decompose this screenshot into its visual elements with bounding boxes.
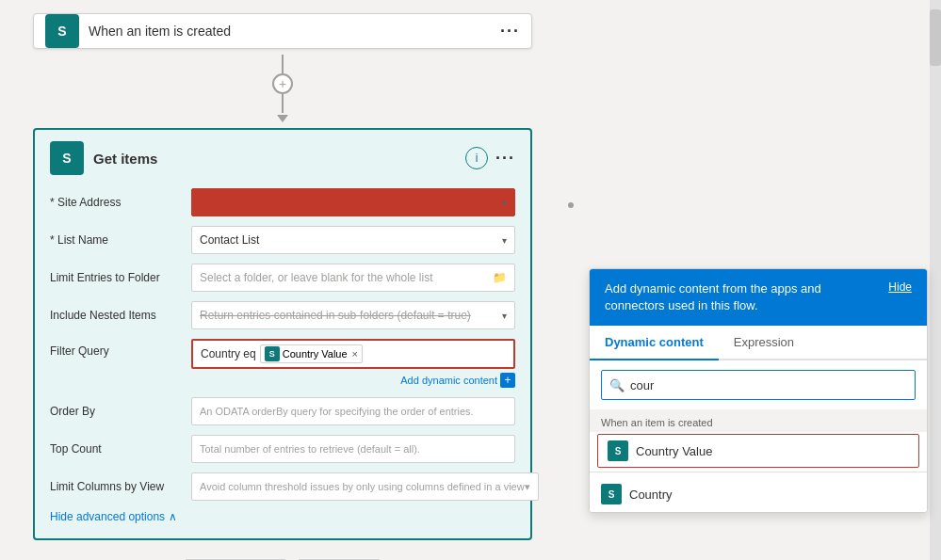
limit-entries-label: Limit Entries to Folder — [50, 271, 191, 284]
chip-icon: S — [265, 346, 280, 361]
top-count-placeholder: Total number of entries to retrieve (def… — [200, 443, 420, 455]
order-by-placeholder: An ODATA orderBy query for specifying th… — [200, 406, 474, 417]
list-name-dropdown-icon: ▾ — [502, 235, 507, 246]
trigger-icon: S — [45, 14, 79, 48]
limit-columns-input[interactable]: Avoid column threshold issues by only us… — [191, 472, 539, 501]
dynamic-content-panel: Add dynamic content from the apps and co… — [589, 268, 928, 513]
add-step-button[interactable]: + — [272, 73, 293, 94]
top-count-row: Top Count Total number of entries to ret… — [50, 435, 515, 463]
chip-label: Country Value — [283, 348, 348, 360]
panel-search: 🔍 cour — [590, 360, 927, 409]
panel-item-label-country: Country — [629, 488, 673, 502]
limit-columns-label: Limit Columns by View — [50, 480, 191, 493]
panel-item-icon-country-value: S — [608, 440, 628, 461]
info-button[interactable]: i — [465, 147, 488, 169]
hide-advanced-options[interactable]: Hide advanced options ∧ — [50, 510, 515, 523]
limit-entries-input[interactable]: Select a folder, or leave blank for the … — [191, 264, 515, 292]
dot-indicator — [568, 202, 574, 208]
panel-item-label-country-value: Country Value — [636, 444, 712, 458]
country-value-token[interactable]: S Country Value × — [260, 344, 363, 363]
folder-icon: 📁 — [493, 271, 507, 284]
block-icon: S — [50, 141, 84, 175]
add-dynamic-content-link[interactable]: Add dynamic content + — [191, 373, 515, 388]
trigger-more-button[interactable]: ··· — [500, 22, 520, 41]
search-icon: 🔍 — [609, 378, 625, 392]
list-name-input[interactable]: Contact List ▾ — [191, 226, 515, 254]
tab-dynamic-content[interactable]: Dynamic content — [590, 326, 719, 360]
panel-header: Add dynamic content from the apps and co… — [590, 269, 927, 326]
add-dynamic-label: Add dynamic content — [400, 375, 497, 386]
limit-columns-placeholder: Avoid column threshold issues by only us… — [200, 481, 525, 492]
trigger-block: S When an item is created ··· — [33, 13, 532, 49]
block-header: S Get items i ··· — [50, 141, 515, 175]
add-dynamic-plus-icon: + — [500, 373, 515, 388]
block-more-button[interactable]: ··· — [495, 149, 515, 168]
filter-query-label: Filter Query — [50, 339, 191, 358]
flow-canvas: S When an item is created ··· + S Get it… — [0, 0, 565, 560]
filter-query-container: Country eq S Country Value × Add dynamic… — [191, 339, 515, 388]
panel-hide-button[interactable]: Hide — [888, 280, 912, 294]
panel-header-text: Add dynamic content from the apps and co… — [605, 280, 877, 314]
scrollbar-thumb[interactable] — [930, 9, 941, 66]
connector: + — [272, 55, 293, 122]
site-address-label: * Site Address — [50, 196, 191, 209]
filter-prefix-text: Country eq — [201, 347, 256, 360]
search-box[interactable]: 🔍 cour — [601, 370, 916, 400]
panel-section-label: When an item is created — [590, 409, 927, 432]
limit-columns-dropdown-icon: ▾ — [525, 481, 530, 493]
top-count-label: Top Count — [50, 442, 191, 456]
scrollbar[interactable] — [930, 0, 941, 560]
panel-item-country[interactable]: S Country — [590, 476, 927, 512]
include-nested-label: Include Nested Items — [50, 309, 191, 322]
tab-expression[interactable]: Expression — [719, 326, 809, 359]
block-title: Get items — [93, 151, 465, 167]
order-by-row: Order By An ODATA orderBy query for spec… — [50, 397, 515, 425]
hide-advanced-label: Hide advanced options — [50, 510, 165, 523]
connector-arrow — [277, 115, 288, 122]
list-name-label: * List Name — [50, 233, 191, 247]
site-address-input[interactable]: ▾ — [191, 188, 515, 216]
panel-tabs: Dynamic content Expression — [590, 326, 927, 360]
limit-entries-placeholder: Select a folder, or leave blank for the … — [200, 271, 507, 284]
list-name-row: * List Name Contact List ▾ — [50, 226, 515, 254]
include-nested-dropdown-icon: ▾ — [502, 311, 507, 321]
panel-divider — [590, 472, 927, 472]
order-by-label: Order By — [50, 405, 191, 418]
panel-item-country-value[interactable]: S Country Value — [597, 434, 919, 468]
list-name-value: Contact List — [200, 233, 507, 247]
main-area: S When an item is created ··· + S Get it… — [0, 0, 941, 560]
limit-columns-row: Limit Columns by View Avoid column thres… — [50, 472, 515, 501]
dropdown-arrow-icon: ▾ — [502, 198, 507, 208]
connector-line-top — [282, 55, 284, 73]
site-address-row: * Site Address ▾ — [50, 188, 515, 216]
include-nested-row: Include Nested Items Return entries cont… — [50, 301, 515, 329]
limit-entries-row: Limit Entries to Folder Select a folder,… — [50, 264, 515, 292]
order-by-input[interactable]: An ODATA orderBy query for specifying th… — [191, 397, 515, 425]
include-nested-value: Return entries contained in sub-folders … — [200, 309, 507, 322]
connector-line-bottom — [282, 94, 284, 113]
panel-item-icon-country: S — [601, 484, 622, 504]
chevron-up-icon: ∧ — [169, 510, 177, 523]
include-nested-input[interactable]: Return entries contained in sub-folders … — [191, 301, 515, 329]
trigger-title: When an item is created — [89, 24, 500, 39]
search-input[interactable]: cour — [630, 378, 907, 392]
top-count-input[interactable]: Total number of entries to retrieve (def… — [191, 435, 515, 463]
filter-query-box[interactable]: Country eq S Country Value × — [191, 339, 515, 369]
get-items-block: S Get items i ··· * Site Address ▾ * Lis… — [33, 128, 532, 540]
filter-query-row: Filter Query Country eq S Country Value … — [50, 339, 515, 388]
chip-close-button[interactable]: × — [352, 348, 358, 360]
